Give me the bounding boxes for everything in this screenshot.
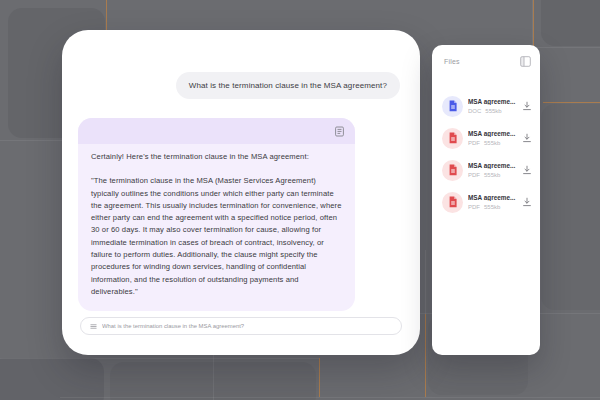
user-message-bubble: What is the termination clause in the MS…	[176, 72, 400, 99]
file-name: MSA agreeme...	[468, 98, 522, 105]
document-icon[interactable]	[334, 126, 345, 137]
download-icon[interactable]	[522, 165, 532, 175]
file-type-icon	[442, 96, 463, 117]
file-row[interactable]: MSA agreeme... PDF 555kb	[432, 154, 540, 186]
download-icon[interactable]	[522, 133, 532, 143]
bg-grid-line	[60, 397, 600, 398]
file-type: PDF	[468, 204, 480, 210]
file-name: MSA agreeme...	[468, 162, 522, 169]
file-meta: MSA agreeme... DOC 555kb	[468, 98, 522, 114]
files-panel: Files MSA agreeme... DOC 555kb	[432, 45, 540, 355]
assistant-quote-text: "The termination clause in the MSA (Mast…	[91, 175, 342, 298]
file-size: 555kb	[484, 204, 500, 210]
bg-tile	[0, 358, 104, 400]
file-type: PDF	[468, 140, 480, 146]
download-icon[interactable]	[522, 197, 532, 207]
file-meta: MSA agreeme... PDF 555kb	[468, 162, 522, 178]
chat-input-bar[interactable]	[80, 317, 402, 335]
file-size: 555kb	[484, 172, 500, 178]
file-sub: PDF 555kb	[468, 140, 522, 146]
file-type-icon	[442, 192, 463, 213]
panel-toggle-icon[interactable]	[520, 56, 531, 67]
assistant-message-bubble: Certainly! Here's the termination clause…	[78, 118, 355, 311]
bg-grid-line	[425, 250, 426, 314]
bg-accent-line	[533, 0, 534, 46]
file-name: MSA agreeme...	[468, 194, 522, 201]
bg-grid-line	[0, 358, 320, 359]
user-message-text: What is the termination clause in the MS…	[189, 81, 387, 90]
assistant-bubble-header	[78, 118, 355, 144]
bg-accent-line	[319, 358, 320, 397]
list-lines-icon	[90, 323, 97, 330]
assistant-message-body: Certainly! Here's the termination clause…	[78, 144, 355, 311]
files-panel-header: Files	[432, 45, 540, 67]
file-size: 555kb	[484, 140, 500, 146]
chat-card: What is the termination clause in the MS…	[62, 30, 420, 355]
file-row[interactable]: MSA agreeme... PDF 555kb	[432, 122, 540, 154]
chat-input[interactable]	[102, 323, 392, 329]
file-size: 555kb	[485, 108, 501, 114]
bg-accent-line	[543, 102, 600, 103]
file-type: DOC	[468, 108, 481, 114]
file-type-icon	[442, 160, 463, 181]
file-name: MSA agreeme...	[468, 130, 522, 137]
download-icon[interactable]	[522, 101, 532, 111]
bg-tile	[541, 104, 600, 310]
file-type: PDF	[468, 172, 480, 178]
file-sub: PDF 555kb	[468, 204, 522, 210]
file-sub: DOC 555kb	[468, 108, 522, 114]
file-sub: PDF 555kb	[468, 172, 522, 178]
bg-accent-line	[425, 314, 426, 397]
files-list: MSA agreeme... DOC 555kb MSA agreeme	[432, 90, 540, 218]
file-type-icon	[442, 128, 463, 149]
file-meta: MSA agreeme... PDF 555kb	[468, 130, 522, 146]
app-background: { "chat": { "user_message": "What is the…	[0, 0, 600, 400]
file-row[interactable]: MSA agreeme... PDF 555kb	[432, 186, 540, 218]
files-panel-title: Files	[444, 58, 460, 65]
assistant-intro-text: Certainly! Here's the termination clause…	[91, 151, 342, 163]
file-row[interactable]: MSA agreeme... DOC 555kb	[432, 90, 540, 122]
file-meta: MSA agreeme... PDF 555kb	[468, 194, 522, 210]
bg-tile	[541, 0, 600, 46]
